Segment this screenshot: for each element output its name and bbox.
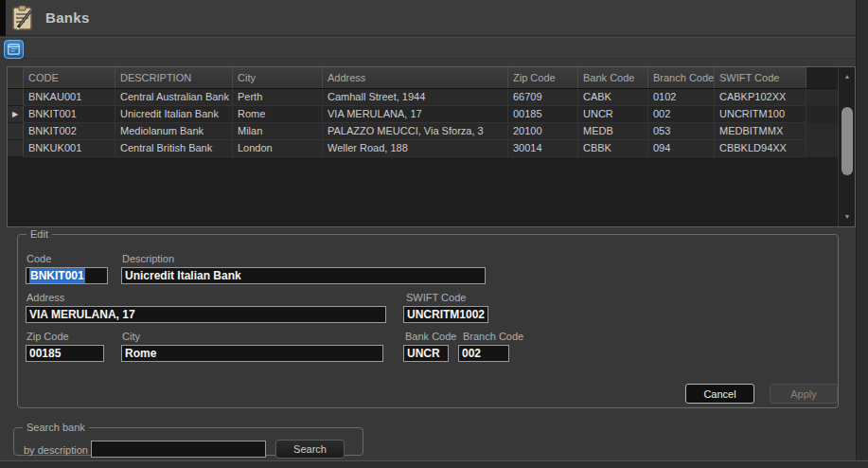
cell-branch-code[interactable]: 002 <box>648 106 715 123</box>
cell-city[interactable]: London <box>233 140 323 157</box>
edit-group: Edit Code Description BNKIT001 Address S… <box>17 228 839 408</box>
window-edge <box>0 0 6 36</box>
search-input[interactable] <box>91 441 266 458</box>
grid-header-swift[interactable]: SWIFT Code <box>715 67 806 88</box>
cell-bank-code[interactable]: MEDB <box>578 123 648 140</box>
scrollbar-thumb[interactable] <box>841 107 853 175</box>
row-selector[interactable]: ▶ <box>8 106 24 123</box>
bank-code-field[interactable] <box>403 345 449 362</box>
cell-city[interactable]: Rome <box>233 106 323 123</box>
cell-branch-code[interactable]: 053 <box>648 123 715 140</box>
cell-zip[interactable]: 30014 <box>508 140 578 157</box>
bank-code-label: Bank Code <box>405 331 456 342</box>
cell-description[interactable]: Central British Bank <box>115 140 233 157</box>
zip-label: Zip Code <box>27 331 69 342</box>
cell-address[interactable]: PALAZZO MEUCCI, Via Sforza, 3 <box>323 123 508 140</box>
cell-bank-code[interactable]: CABK <box>578 89 648 106</box>
window-right-edge <box>856 0 868 468</box>
grid-empty-area <box>8 157 838 226</box>
scroll-down-icon[interactable]: ▼ <box>839 209 856 223</box>
grid-header-selector <box>8 67 24 88</box>
description-label: Description <box>122 253 174 264</box>
cell-description[interactable]: Mediolanum Bank <box>115 123 233 140</box>
window-bottom-edge <box>0 460 868 468</box>
cancel-button[interactable]: Cancel <box>685 384 754 404</box>
cell-city[interactable]: Milan <box>233 123 323 140</box>
grid-body: BNKAU001 Central Australian Bank Perth C… <box>8 89 838 157</box>
code-field-selected-text: BNKIT001 <box>29 268 85 283</box>
cell-branch-code[interactable]: 094 <box>648 140 715 157</box>
description-field[interactable] <box>121 267 486 284</box>
grid-header-address[interactable]: Address <box>323 67 508 88</box>
branch-code-label: Branch Code <box>463 331 523 342</box>
table-row[interactable]: BNKIT002 Mediolanum Bank Milan PALAZZO M… <box>8 123 838 140</box>
cell-code[interactable]: BNKIT001 <box>24 106 115 123</box>
cell-address[interactable]: Camhall Street, 1944 <box>323 89 508 106</box>
cell-swift[interactable]: CBBKLD94XX <box>715 140 806 157</box>
row-selector[interactable] <box>8 89 24 106</box>
search-bank-group: Search bank by description Search <box>13 422 363 456</box>
city-field[interactable] <box>121 345 383 362</box>
cell-code[interactable]: BNKUK001 <box>24 140 115 157</box>
row-selector[interactable] <box>8 140 24 157</box>
cell-description[interactable]: Central Australian Bank <box>115 89 233 106</box>
vertical-scrollbar[interactable]: ▲ ▼ <box>838 67 855 226</box>
grid-header-spacer <box>806 67 838 88</box>
cell-swift[interactable]: MEDBITMMX <box>715 123 806 140</box>
cell-address[interactable]: Weller Road, 188 <box>323 140 508 157</box>
cell-branch-code[interactable]: 0102 <box>648 89 715 106</box>
apply-button[interactable]: Apply <box>770 384 838 404</box>
cell-swift[interactable]: UNCRITM100 <box>715 106 806 123</box>
address-label: Address <box>27 292 64 303</box>
form-window-icon[interactable] <box>4 40 24 59</box>
scroll-up-icon[interactable]: ▲ <box>839 69 856 82</box>
swift-label: SWIFT Code <box>406 292 466 303</box>
row-selector[interactable] <box>8 123 24 140</box>
cell-code[interactable]: BNKIT002 <box>24 123 115 140</box>
grid-header-zip[interactable]: Zip Code <box>508 67 578 88</box>
city-label: City <box>122 331 140 342</box>
code-label: Code <box>27 253 51 264</box>
table-row[interactable]: ▶ BNKIT001 Unicredit Italian Bank Rome V… <box>8 106 838 123</box>
cell-description[interactable]: Unicredit Italian Bank <box>115 106 233 123</box>
grid-header-row: CODE DESCRIPTION City Address Zip Code B… <box>8 67 838 89</box>
code-field[interactable]: BNKIT001 <box>26 267 108 284</box>
cell-bank-code[interactable]: UNCR <box>578 106 648 123</box>
table-row[interactable]: BNKAU001 Central Australian Bank Perth C… <box>8 89 838 106</box>
by-description-label: by description <box>24 444 88 456</box>
grid-header-description[interactable]: DESCRIPTION <box>115 67 233 88</box>
swift-field[interactable] <box>403 306 488 323</box>
search-bank-legend: Search bank <box>23 422 89 433</box>
cell-code[interactable]: BNKAU001 <box>24 89 115 106</box>
branch-code-field[interactable] <box>458 345 509 362</box>
table-row[interactable]: BNKUK001 Central British Bank London Wel… <box>8 140 838 157</box>
cell-zip[interactable]: 00185 <box>508 106 578 123</box>
page-title: Banks <box>45 9 90 26</box>
grid-header-branch-code[interactable]: Branch Code <box>648 67 715 88</box>
clipboard-pencil-icon <box>9 5 36 31</box>
grid-header-city[interactable]: City <box>233 67 323 88</box>
cell-swift[interactable]: CABKP102XX <box>715 89 806 106</box>
zip-field[interactable] <box>26 345 104 362</box>
cell-address[interactable]: VIA MERULANA, 17 <box>323 106 508 123</box>
grid-header-code[interactable]: CODE <box>24 67 115 88</box>
cell-zip[interactable]: 20100 <box>508 123 578 140</box>
search-button[interactable]: Search <box>275 440 345 459</box>
cell-bank-code[interactable]: CBBK <box>578 140 648 157</box>
grid-header-bank-code[interactable]: Bank Code <box>578 67 648 88</box>
cell-zip[interactable]: 66709 <box>508 89 578 106</box>
title-bar: Banks <box>0 0 868 36</box>
edit-group-legend: Edit <box>27 228 52 240</box>
cell-city[interactable]: Perth <box>233 89 323 106</box>
banks-grid: CODE DESCRIPTION City Address Zip Code B… <box>7 66 856 227</box>
address-field[interactable] <box>26 306 386 323</box>
toolbar <box>0 37 868 59</box>
